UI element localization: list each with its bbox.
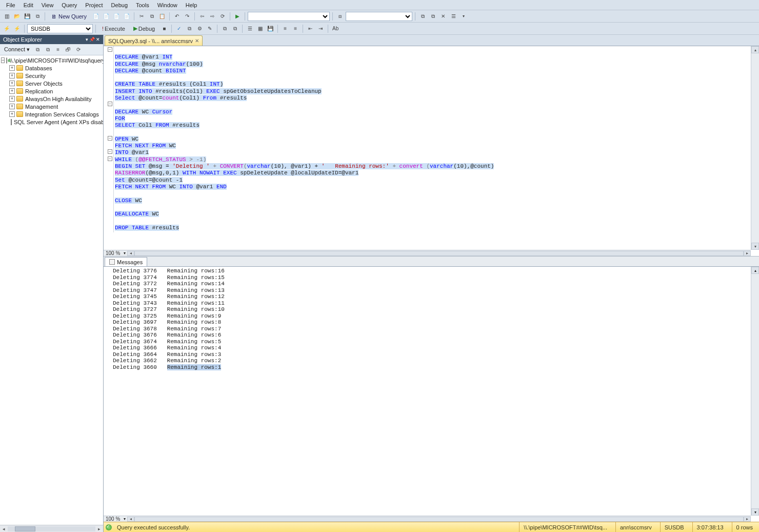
expand-icon[interactable]: + bbox=[9, 88, 15, 94]
zoom-level[interactable]: 100 % bbox=[104, 250, 122, 256]
registered-servers-icon[interactable]: ⧉ bbox=[418, 12, 427, 21]
parse-icon[interactable]: ✓ bbox=[174, 24, 184, 33]
connect-icon[interactable]: ⚡ bbox=[2, 24, 11, 33]
scroll-left-icon[interactable]: ◂ bbox=[127, 517, 134, 522]
execute-button[interactable]: ! Execute bbox=[98, 24, 129, 33]
properties-icon[interactable]: ☰ bbox=[449, 12, 458, 21]
menu-project[interactable]: Project bbox=[81, 1, 107, 9]
tab-sqlquery3[interactable]: SQLQuery3.sql - \\... ann\sccmsrv ✕ bbox=[105, 35, 203, 46]
undo-icon[interactable]: ↶ bbox=[172, 12, 182, 21]
menu-debug[interactable]: Debug bbox=[107, 1, 132, 9]
specify-values-icon[interactable]: Ab bbox=[331, 24, 340, 33]
change-connection-icon[interactable]: ⚡ bbox=[12, 24, 22, 33]
object-explorer-icon[interactable]: ⧉ bbox=[428, 12, 437, 21]
filter-icon[interactable]: ≡ bbox=[53, 45, 63, 54]
object-explorer-tree[interactable]: − \\.\pipe\MICROSOFT##WID\tsql\query + D… bbox=[0, 55, 103, 525]
tree-management[interactable]: + Management bbox=[0, 103, 103, 110]
estimated-plan-icon[interactable]: ⧉ bbox=[185, 24, 194, 33]
search-icon[interactable]: ⟳ bbox=[74, 45, 83, 54]
expand-icon[interactable]: + bbox=[9, 96, 15, 102]
messages-vscrollbar[interactable]: ▴ ▾ bbox=[751, 267, 759, 516]
paste-icon[interactable]: 📋 bbox=[157, 12, 167, 21]
messages-pane[interactable]: Deleting 3776 Remaining rows:16 Deleting… bbox=[104, 267, 759, 522]
open-file4-icon[interactable]: 📄 bbox=[122, 12, 131, 21]
expand-icon[interactable]: + bbox=[9, 81, 15, 86]
menu-file[interactable]: File bbox=[2, 1, 19, 9]
scroll-thumb[interactable] bbox=[15, 526, 35, 531]
editor-vscrollbar[interactable]: ▴ ▾ bbox=[751, 46, 759, 250]
messages-hscrollbar[interactable]: 100 % ▾ ◂ ▸ bbox=[104, 516, 751, 522]
open-file-icon[interactable]: 📄 bbox=[91, 12, 101, 21]
connect-dropdown[interactable]: Connect ▾ bbox=[2, 46, 32, 53]
template-explorer-icon[interactable]: ✕ bbox=[438, 12, 448, 21]
menu-query[interactable]: Query bbox=[57, 1, 81, 9]
database-combo[interactable]: SUSDB bbox=[27, 24, 93, 33]
redo-icon[interactable]: ↷ bbox=[183, 12, 192, 21]
fold-icon[interactable]: − bbox=[108, 149, 112, 154]
fold-icon[interactable]: − bbox=[108, 47, 112, 52]
decrease-indent-icon[interactable]: ⇤ bbox=[306, 24, 315, 33]
include-plan-icon[interactable]: ⧉ bbox=[220, 24, 229, 33]
debug-button[interactable]: ▶ Debug bbox=[130, 24, 158, 33]
scroll-left-icon[interactable]: ◂ bbox=[127, 251, 134, 256]
refresh-icon[interactable]: ⟳ bbox=[218, 12, 227, 21]
tree-alwayson[interactable]: + AlwaysOn High Availability bbox=[0, 95, 103, 103]
zoom-level[interactable]: 100 % bbox=[104, 516, 122, 522]
save-icon[interactable]: 💾 bbox=[23, 12, 32, 21]
activity-monitor-icon[interactable]: ⧈ bbox=[335, 12, 345, 21]
close-icon[interactable]: ✕ bbox=[96, 37, 100, 42]
expand-icon[interactable]: + bbox=[9, 65, 15, 71]
sql-editor[interactable]: − − − − − DECLARE @var1 INT DECLARE @msg… bbox=[104, 46, 759, 257]
expand-icon[interactable]: + bbox=[9, 104, 15, 109]
close-tab-icon[interactable]: ✕ bbox=[195, 38, 199, 44]
new-project-icon[interactable]: ▥ bbox=[2, 12, 11, 21]
tree-replication[interactable]: + Replication bbox=[0, 87, 103, 95]
new-query-button[interactable]: 🗎 New Query bbox=[48, 12, 90, 21]
fold-icon[interactable]: − bbox=[108, 102, 112, 106]
zoom-dropdown-icon[interactable]: ▾ bbox=[122, 251, 127, 255]
increase-indent-icon[interactable]: ⇥ bbox=[316, 24, 325, 33]
find-combo[interactable] bbox=[346, 12, 412, 21]
solution-config-combo[interactable] bbox=[248, 12, 330, 21]
nav-back-icon[interactable]: ⇦ bbox=[197, 12, 207, 21]
results-grid-icon[interactable]: ▦ bbox=[255, 24, 265, 33]
objexp-hscrollbar[interactable]: ◂ ▸ bbox=[0, 525, 103, 532]
menu-tools[interactable]: Tools bbox=[132, 1, 153, 9]
tree-server-root[interactable]: − \\.\pipe\MICROSOFT##WID\tsql\query bbox=[0, 56, 103, 64]
menu-help[interactable]: Help bbox=[182, 1, 202, 9]
tree-security[interactable]: + Security bbox=[0, 72, 103, 80]
fold-icon[interactable]: − bbox=[108, 136, 112, 141]
refresh-tree-icon[interactable]: 🗗 bbox=[64, 45, 73, 54]
toolbox-icon[interactable]: ▾ bbox=[459, 12, 468, 21]
menu-edit[interactable]: Edit bbox=[19, 1, 37, 9]
expand-icon[interactable]: + bbox=[9, 111, 15, 117]
scroll-right-icon[interactable]: ▸ bbox=[744, 517, 751, 522]
uncomment-icon[interactable]: ≡ bbox=[291, 24, 300, 33]
intellisense-icon[interactable]: ✎ bbox=[205, 24, 214, 33]
results-text-icon[interactable]: ☰ bbox=[245, 24, 254, 33]
copy-icon[interactable]: ⧉ bbox=[147, 12, 156, 21]
open-file3-icon[interactable]: 📄 bbox=[112, 12, 121, 21]
scroll-down-icon[interactable]: ▾ bbox=[751, 508, 759, 516]
tab-messages[interactable]: Messages bbox=[105, 257, 147, 266]
scroll-left-icon[interactable]: ◂ bbox=[1, 526, 7, 531]
scroll-down-icon[interactable]: ▾ bbox=[751, 243, 759, 250]
start-icon[interactable]: ▶ bbox=[233, 12, 242, 21]
open-icon[interactable]: 📂 bbox=[12, 12, 22, 21]
scroll-right-icon[interactable]: ▸ bbox=[744, 251, 751, 256]
scroll-right-icon[interactable]: ▸ bbox=[96, 526, 102, 531]
expand-icon[interactable]: + bbox=[9, 73, 15, 78]
disconnect-icon[interactable]: ⧉ bbox=[33, 45, 42, 54]
menu-view[interactable]: View bbox=[37, 1, 58, 9]
zoom-dropdown-icon[interactable]: ▾ bbox=[122, 517, 127, 521]
nav-fwd-icon[interactable]: ⇨ bbox=[208, 12, 217, 21]
cancel-query-icon[interactable]: ■ bbox=[159, 24, 169, 33]
open-file2-icon[interactable]: 📄 bbox=[102, 12, 111, 21]
tree-integration-services[interactable]: + Integration Services Catalogs bbox=[0, 110, 103, 118]
scroll-up-icon[interactable]: ▴ bbox=[751, 46, 759, 53]
cut-icon[interactable]: ✂ bbox=[137, 12, 146, 21]
include-stats-icon[interactable]: ⧉ bbox=[230, 24, 239, 33]
window-position-icon[interactable]: ▾ bbox=[86, 37, 88, 42]
collapse-icon[interactable]: − bbox=[1, 57, 5, 63]
query-options-icon[interactable]: ⚙ bbox=[195, 24, 204, 33]
